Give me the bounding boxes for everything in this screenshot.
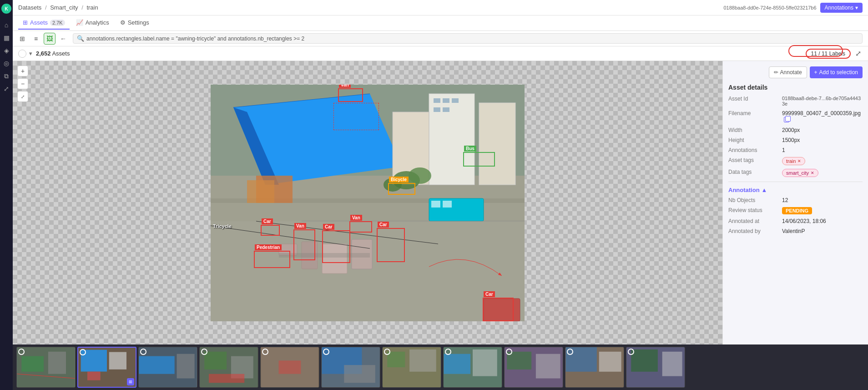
copy-filename-btn[interactable] — [784, 117, 789, 122]
edit-icon: ✏ — [774, 69, 778, 76]
annotation-section-header[interactable]: Annotation ▲ — [728, 187, 863, 193]
thumbnail-11[interactable] — [626, 347, 685, 388]
svg-rect-50 — [279, 360, 301, 374]
thumbnail-2[interactable]: ⊞ — [77, 347, 136, 388]
annotation-car-1[interactable]: Car — [261, 225, 280, 236]
annotated-at-row: Annotated at 14/06/2023, 18:06 — [728, 218, 863, 224]
sidebar: K ⌂ ▦ ◈ ◎ ⧉ ⤢ — [0, 0, 13, 390]
annotation-car-2[interactable]: Car — [322, 230, 350, 263]
zoom-controls: + − ⤢ — [17, 66, 28, 102]
app-logo[interactable]: K — [1, 4, 11, 14]
thumbnail-10[interactable] — [565, 347, 624, 388]
thumbnail-1[interactable] — [16, 347, 76, 388]
assetbar-right: 11 / 11 Labels ⤢ — [806, 49, 863, 59]
sidebar-icon-models[interactable]: ◈ — [1, 46, 11, 56]
back-btn[interactable]: ← — [57, 33, 69, 45]
annotation-tricycle-label: Tricycle — [213, 223, 232, 229]
svg-rect-68 — [662, 352, 682, 376]
main-content: Van Bus Bicycle Tricycle Car Van — [13, 61, 868, 344]
svg-rect-58 — [444, 354, 470, 374]
annotation-car-3[interactable]: Car — [377, 228, 405, 262]
thumbnail-6[interactable] — [321, 347, 380, 388]
svg-rect-59 — [473, 349, 497, 376]
height-row: Height 1500px — [728, 137, 863, 143]
thumbnail-8[interactable] — [443, 347, 502, 388]
thumb-select-3[interactable] — [140, 349, 146, 355]
topbar-right: 0188baa8-dd0e-724e-8550-5ffe023217b6 Ann… — [724, 3, 863, 13]
nb-objects-row: Nb Objects 12 — [728, 197, 863, 203]
tab-settings[interactable]: ⚙ Settings — [116, 16, 154, 30]
annotate-btn[interactable]: ✏ Annotate — [769, 66, 807, 78]
thumbnail-9[interactable] — [504, 347, 563, 388]
labels-badge[interactable]: 11 / 11 Labels — [806, 49, 851, 59]
select-all-toggle[interactable] — [18, 50, 26, 58]
add-to-selection-btn[interactable]: + Add to selection — [810, 66, 863, 78]
thumbnail-3[interactable] — [138, 347, 197, 388]
annotation-car-bottom[interactable]: Car — [483, 298, 514, 321]
thumb-select-9[interactable] — [506, 349, 512, 355]
panel-header: ✏ Annotate + Add to selection — [728, 66, 863, 78]
zoom-in-btn[interactable]: + — [17, 66, 28, 76]
svg-rect-18 — [431, 201, 440, 208]
thumbnail-7[interactable] — [382, 347, 441, 388]
tab-assets[interactable]: ⊞ Assets 2.7K — [18, 16, 70, 30]
annotation-van-2[interactable]: Van — [293, 229, 315, 260]
svg-rect-10 — [443, 98, 449, 103]
annotation-pedestrian[interactable]: Pedestrian — [254, 251, 290, 268]
chevron-down-icon[interactable]: ▾ — [29, 50, 32, 57]
asset-id-row: Asset Id 0188baa8-debe-7...6b-de705a4443… — [728, 96, 863, 106]
asset-tag-train[interactable]: train ✕ — [782, 157, 805, 165]
panel-actions: ✏ Annotate + Add to selection — [769, 66, 863, 78]
search-input[interactable] — [86, 35, 858, 42]
thumb-select-5[interactable] — [262, 349, 268, 355]
svg-rect-53 — [344, 365, 375, 383]
thumbnail-4[interactable] — [199, 347, 258, 388]
thumb-select-2[interactable] — [80, 349, 86, 355]
annotation-bus[interactable]: Bus — [463, 152, 495, 167]
table-view-btn[interactable]: ≡ — [30, 33, 42, 45]
sidebar-icon-layers[interactable]: ⧉ — [1, 71, 11, 81]
tag-remove-icon[interactable]: ✕ — [797, 159, 801, 163]
svg-rect-13 — [443, 107, 449, 112]
annotation-van-3[interactable]: Van — [349, 221, 372, 233]
thumb-select-1[interactable] — [18, 349, 25, 355]
asset-count-bar: ▾ 2,652 Assets 11 / 11 Labels ⤢ — [13, 46, 868, 61]
svg-rect-9 — [434, 98, 440, 103]
svg-rect-39 — [109, 352, 126, 370]
annotation-van-dashed — [333, 103, 379, 130]
width-row: Width 2000px — [728, 127, 863, 133]
thumbnail-5[interactable] — [260, 347, 319, 388]
right-panel: ✏ Annotate + Add to selection Asset deta… — [722, 61, 868, 344]
annotations-dropdown-btn[interactable]: Annotations ▾ — [820, 3, 863, 13]
assets-count-badge: 2.7K — [50, 20, 65, 26]
annotation-van-top[interactable]: Van — [338, 88, 363, 102]
sidebar-icon-expand[interactable]: ⤢ — [1, 84, 11, 94]
thumb-select-11[interactable] — [628, 349, 634, 355]
dataset-id: 0188baa8-dd0e-724e-8550-5ffe023217b6 — [724, 5, 817, 10]
tab-analytics[interactable]: 📈 Analytics — [71, 16, 114, 30]
expand-icon[interactable]: ⤢ — [853, 49, 863, 58]
thumb-select-10[interactable] — [567, 349, 573, 355]
annotation-bicycle[interactable]: Bicycle — [388, 183, 415, 195]
data-tag-smart-city[interactable]: smart_city ✕ — [782, 169, 818, 177]
image-viewer[interactable]: Van Bus Bicycle Tricycle Car Van — [13, 61, 722, 344]
tag-remove-icon-2[interactable]: ✕ — [811, 171, 814, 175]
zoom-fit-btn[interactable]: ⤢ — [17, 91, 28, 102]
sidebar-icon-search[interactable]: ◎ — [1, 58, 11, 68]
grid-view-btn[interactable]: ⊞ — [16, 33, 28, 45]
asset-tags-row: Asset tags train ✕ — [728, 157, 863, 165]
svg-rect-65 — [599, 352, 621, 372]
data-tags-row: Data tags smart_city ✕ — [728, 169, 863, 177]
svg-rect-7 — [479, 103, 515, 185]
analytics-icon: 📈 — [76, 19, 83, 26]
sidebar-icon-home[interactable]: ⌂ — [1, 20, 11, 30]
thumb-select-4[interactable] — [201, 349, 207, 355]
search-bar: 🔍 — [73, 33, 863, 44]
sidebar-icon-datasets[interactable]: ▦ — [1, 33, 11, 43]
thumb-select-6[interactable] — [323, 349, 329, 355]
thumb-select-7[interactable] — [384, 349, 390, 355]
zoom-out-btn[interactable]: − — [17, 78, 28, 89]
image-view-btn[interactable]: 🖼 — [44, 33, 56, 45]
annotations-count-row: Annotations 1 — [728, 147, 863, 153]
thumb-select-8[interactable] — [445, 349, 451, 355]
